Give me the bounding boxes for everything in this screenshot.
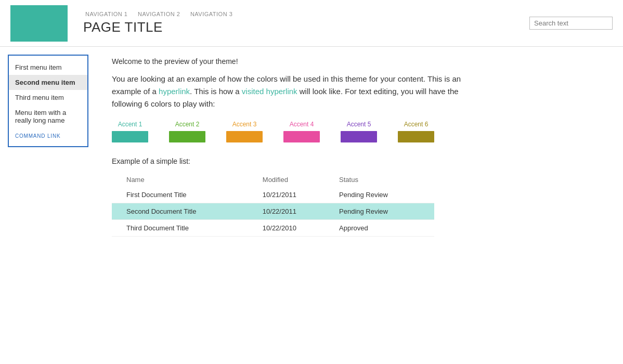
accent-labels: Accent 1 Accent 2 Accent 3 Accent 4 Acce… [112, 121, 607, 128]
accent-bar-2 [169, 131, 205, 142]
accent-label-5: Accent 5 [341, 121, 377, 128]
table-row: Third Document Title 10/22/2010 Approved [112, 220, 434, 237]
accent-label-6: Accent 6 [398, 121, 434, 128]
accent-label-3: Accent 3 [226, 121, 263, 128]
hyperlink[interactable]: hyperlink [159, 87, 190, 96]
doc-name-2: Second Document Title [120, 203, 256, 220]
doc-modified-3: 10/22/2010 [256, 220, 333, 237]
doc-status-3: Approved [333, 220, 434, 237]
table-row: Second Document Title 10/22/2011 Pending… [112, 203, 434, 220]
sidebar-command-link[interactable]: COMMAND LINK [9, 128, 87, 142]
breadcrumb: NAVIGATION 1 NAVIGATION 2 NAVIGATION 3 [83, 11, 529, 17]
col-name: Name [120, 173, 256, 187]
header-title-area: NAVIGATION 1 NAVIGATION 2 NAVIGATION 3 P… [83, 11, 529, 35]
accent-bar-4 [283, 131, 320, 142]
document-table: Name Modified Status First Document Titl… [112, 173, 434, 237]
accent-bar-5 [341, 131, 377, 142]
doc-status-2: Pending Review [333, 203, 434, 220]
table-row: First Document Title 10/21/2011 Pending … [112, 187, 434, 203]
accent-bars [112, 131, 607, 142]
doc-name-3: Third Document Title [120, 220, 256, 237]
breadcrumb-item-1: NAVIGATION 1 [85, 11, 127, 17]
sidebar: First menu item Second menu item Third m… [8, 55, 88, 147]
welcome-text: Welcome to the preview of your theme! [112, 57, 607, 66]
header: NAVIGATION 1 NAVIGATION 2 NAVIGATION 3 P… [0, 0, 623, 47]
row-indicator-3 [112, 220, 120, 237]
doc-modified-2: 10/22/2011 [256, 203, 333, 220]
logo [10, 5, 68, 42]
list-section-title: Example of a simple list: [112, 157, 607, 165]
doc-modified-1: 10/21/2011 [256, 187, 333, 203]
layout: First menu item Second menu item Third m… [0, 47, 623, 364]
accent-bar-6 [398, 131, 434, 142]
body-text-2: . This is how a [190, 87, 242, 96]
header-search [529, 17, 613, 30]
col-status: Status [333, 173, 434, 187]
sidebar-item-long[interactable]: Menu item with a really long name [9, 105, 87, 128]
accent-label-4: Accent 4 [283, 121, 320, 128]
accent-bar-1 [112, 131, 148, 142]
row-indicator-1 [112, 187, 120, 203]
accents-section: Accent 1 Accent 2 Accent 3 Accent 4 Acce… [112, 121, 607, 142]
page-title: PAGE TITLE [83, 19, 529, 35]
accent-bar-3 [226, 131, 263, 142]
sidebar-item-first[interactable]: First menu item [9, 60, 87, 75]
search-input[interactable] [529, 17, 613, 30]
doc-status-1: Pending Review [333, 187, 434, 203]
body-text: You are looking at an example of how the… [112, 73, 465, 110]
sidebar-item-second[interactable]: Second menu item [9, 75, 87, 90]
breadcrumb-item-3: NAVIGATION 3 [190, 11, 232, 17]
accent-label-1: Accent 1 [112, 121, 148, 128]
visited-hyperlink[interactable]: visited hyperlink [242, 87, 297, 96]
col-modified: Modified [256, 173, 333, 187]
accent-label-2: Accent 2 [169, 121, 205, 128]
breadcrumb-item-2: NAVIGATION 2 [138, 11, 180, 17]
doc-name-1: First Document Title [120, 187, 256, 203]
col-indicator [112, 173, 120, 187]
row-indicator-2 [112, 203, 120, 220]
sidebar-item-third[interactable]: Third menu item [9, 90, 87, 105]
main-content: Welcome to the preview of your theme! Yo… [96, 47, 623, 364]
